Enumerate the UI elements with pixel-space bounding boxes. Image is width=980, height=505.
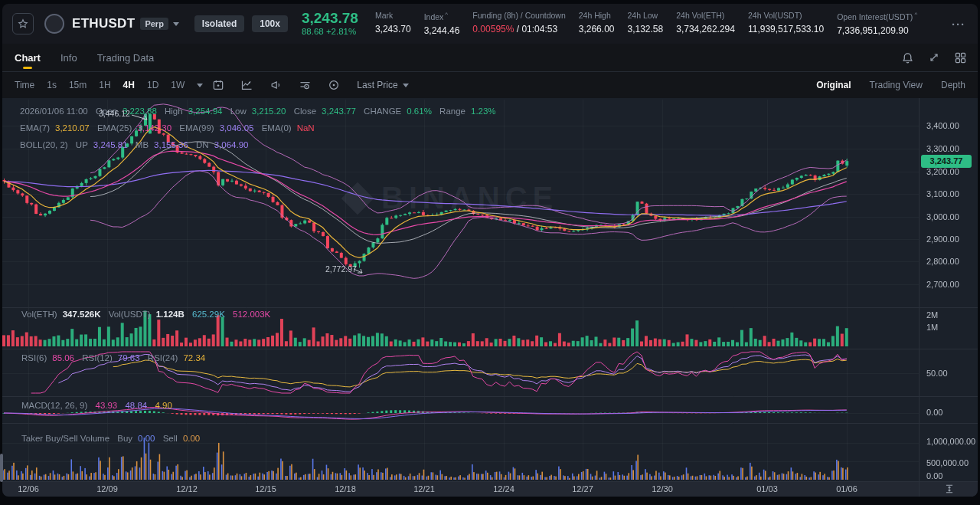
- scrollbar-thumb[interactable]: [0, 454, 3, 482]
- layout-grid-icon[interactable]: [954, 51, 967, 64]
- mark-label: Mark: [375, 10, 411, 22]
- vol-eth-value: 3,734,262.294: [676, 22, 735, 36]
- funding-countdown: / 01:04:53: [514, 24, 557, 34]
- symbol-dropdown-caret-icon[interactable]: [173, 22, 179, 26]
- more-menu-icon[interactable]: ···: [952, 18, 965, 31]
- vol-usdt-pane-label: Vol(USDT): [109, 310, 151, 319]
- rsi24-value: 72.34: [183, 353, 205, 362]
- symbol-name[interactable]: ETHUSDT: [72, 16, 135, 31]
- time-axis-label: 12/24: [493, 484, 514, 494]
- coin-logo: [44, 14, 64, 34]
- time-axis-label: 01/06: [836, 484, 858, 494]
- volume-axis-label: 2M: [926, 310, 938, 320]
- view-mode-trading-view[interactable]: Trading View: [870, 80, 923, 90]
- taker-label: Taker Buy/Sell Volume: [21, 434, 109, 443]
- swing-high-annotation: 3,446.12: [99, 109, 130, 118]
- boll-dn-label: DN: [196, 140, 209, 149]
- rsi24-label: RSI(24): [148, 353, 178, 362]
- tab-chart[interactable]: Chart: [15, 44, 41, 71]
- ema-legend: EMA(7)3,210.07 EMA(25)3,142.30 EMA(99)3,…: [20, 123, 320, 133]
- range-label: Range: [439, 107, 466, 116]
- time-axis-label: 01/03: [756, 484, 778, 494]
- taker-axis-label: 0.00: [926, 471, 942, 480]
- price-scale-adjust-button[interactable]: [921, 481, 978, 497]
- price-mode-caret-icon: [403, 84, 409, 87]
- boll-up-label: UP: [76, 140, 88, 149]
- index-sup-icon: ^: [445, 11, 448, 18]
- contract-type-badge: Perp: [140, 18, 168, 30]
- time-axis-label: 12/18: [335, 484, 356, 494]
- tab-trading-data[interactable]: Trading Data: [97, 44, 155, 71]
- ohlc-legend: 2026/01/06 11:00 Open3,223.88 High3,254.…: [20, 107, 501, 116]
- change-value: 0.61%: [407, 107, 432, 116]
- price-axis-label: 2,900.00: [926, 234, 959, 244]
- time-axis-label: 12/12: [176, 484, 198, 494]
- timeframe-1d[interactable]: 1D: [147, 80, 158, 90]
- ema99-label: EMA(99): [179, 123, 214, 133]
- tabs: Chart Info Trading Data: [2, 44, 978, 71]
- ema7-label: EMA(7): [20, 123, 50, 133]
- time-axis-label: 12/15: [255, 484, 276, 494]
- boll-mb-value: 3,155.36: [154, 140, 188, 149]
- vol-usdt-value: 11,939,517,533.10: [748, 22, 824, 36]
- margin-mode-button[interactable]: Isolated: [194, 15, 244, 32]
- mark-value: 3,243.70: [375, 22, 411, 36]
- settings-slider-icon[interactable]: [299, 79, 312, 91]
- price-axis-label: 3,000.00: [926, 212, 959, 221]
- index-label: Index: [424, 12, 444, 21]
- timeframe-1h[interactable]: 1H: [99, 80, 110, 90]
- boll-up-value: 3,245.81: [93, 140, 128, 149]
- swing-low-annotation: 2,772.97: [325, 264, 357, 274]
- vol-ma1-value: 625.29K: [192, 310, 225, 319]
- timeframe-1s[interactable]: 1s: [47, 80, 57, 90]
- alert-bell-icon[interactable]: [901, 51, 914, 64]
- indicator-chart-icon[interactable]: [240, 79, 253, 91]
- vol-ma2-value: 512.003K: [233, 310, 270, 319]
- high-value: 3,254.94: [188, 107, 223, 116]
- price-mode-label: Last Price: [357, 80, 397, 90]
- vol-eth-label: 24h Vol(ETH): [676, 10, 735, 22]
- change-label: CHANGE: [364, 107, 401, 116]
- boll-label: BOLL(20, 2): [20, 140, 68, 149]
- oi-sup-icon: ^: [914, 11, 917, 18]
- timeframe-1w[interactable]: 1W: [171, 80, 185, 90]
- vol-eth-pane-value: 347.526K: [63, 310, 101, 319]
- timeframe-dropdown-caret-icon[interactable]: [197, 84, 203, 87]
- macd-axis-label: 0.00: [926, 408, 942, 417]
- current-price-badge: 3,243.77: [921, 155, 972, 168]
- fullscreen-expand-icon[interactable]: [928, 51, 940, 64]
- price-axis-label: 3,100.00: [926, 189, 959, 198]
- low-value: 3,132.58: [627, 22, 663, 36]
- rsi6-value: 85.06: [52, 353, 74, 362]
- calendar-icon[interactable]: [212, 79, 224, 91]
- target-icon[interactable]: [328, 79, 340, 91]
- taker-buy-value: 0.00: [138, 434, 155, 443]
- toolbar: Time 1s 15m 1H 4H 1D 1W Last Price Origi…: [2, 72, 978, 98]
- boll-dn-value: 3,064.90: [214, 140, 249, 149]
- low-value: 3,215.20: [252, 107, 286, 116]
- taker-buy-label: Buy: [117, 434, 132, 443]
- ema0-value: NaN: [297, 123, 315, 133]
- rsi12-label: RSI(12): [82, 353, 113, 362]
- index-value: 3,244.46: [424, 24, 460, 38]
- favorite-star-button[interactable]: [12, 13, 34, 34]
- low-label: 24h Low: [627, 10, 663, 22]
- rsi6-label: RSI(6): [21, 353, 47, 362]
- oi-label: Open Interest(USDT): [837, 12, 913, 21]
- price-axis-label: 3,300.00: [926, 144, 959, 153]
- price-mode-dropdown[interactable]: Last Price: [357, 80, 408, 90]
- last-price: 3,243.78: [302, 10, 364, 27]
- timeframe-4h[interactable]: 4H: [123, 80, 135, 90]
- view-modes: Original Trading View Depth: [816, 80, 965, 90]
- megaphone-icon[interactable]: [270, 79, 283, 91]
- ticker-stats: Mark3,243.70 Index^3,244.46 Funding (8h)…: [375, 10, 917, 37]
- header: ETHUSDT Perp Isolated 100x 3,243.78 88.6…: [2, 4, 978, 44]
- tab-info[interactable]: Info: [60, 44, 77, 71]
- view-mode-depth[interactable]: Depth: [941, 80, 965, 90]
- vol-usdt-pane-value: 1.124B: [156, 310, 185, 319]
- leverage-button[interactable]: 100x: [252, 15, 288, 32]
- view-mode-original[interactable]: Original: [816, 80, 851, 90]
- vol-usdt-label: 24h Vol(USDT): [748, 10, 824, 22]
- timeframe-15m[interactable]: 15m: [69, 80, 87, 90]
- ema0-label: EMA(0): [262, 123, 292, 133]
